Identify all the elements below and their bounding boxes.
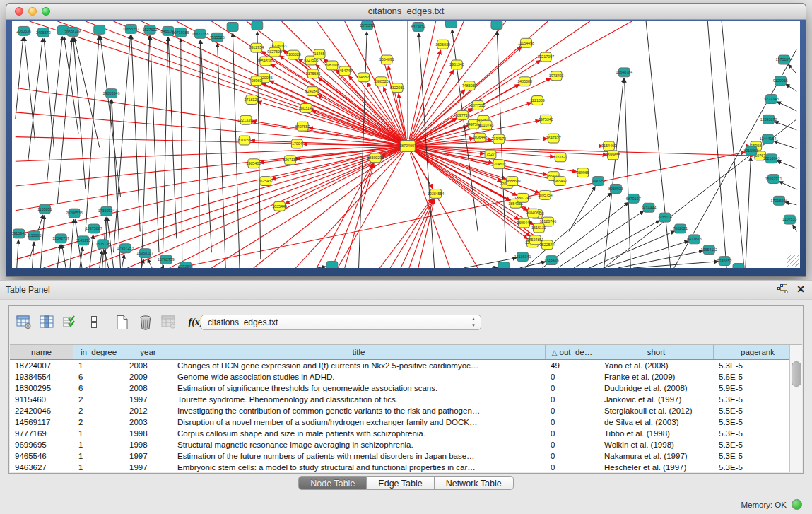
graph-edge[interactable] [788, 64, 796, 74]
graph-edge[interactable] [604, 78, 624, 268]
table-cell[interactable]: 1 [73, 428, 124, 439]
graph-edge[interactable] [779, 182, 797, 189]
table-cell[interactable]: 5.9E-5 [714, 382, 790, 394]
graph-node[interactable] [446, 21, 457, 28]
graph-edge[interactable] [25, 37, 35, 141]
table-cell[interactable]: 2009 [124, 371, 172, 382]
rows-icon[interactable] [86, 314, 102, 331]
table-cell[interactable]: 2012 [124, 405, 172, 416]
graph-edge[interactable] [786, 84, 796, 91]
network-window-titlebar[interactable]: citations_edges.txt [6, 4, 806, 20]
table-cell[interactable]: 0 [546, 428, 599, 439]
table-cell[interactable]: 2008 [124, 360, 172, 371]
table-cell[interactable]: 1 [73, 462, 124, 472]
delete-trash-icon[interactable] [137, 314, 154, 331]
graph-edge[interactable] [411, 21, 464, 139]
graph-edge[interactable] [57, 245, 60, 268]
show-column-icon[interactable] [39, 314, 56, 331]
table-cell[interactable]: 6 [73, 371, 124, 382]
table-cell[interactable]: Disruption of a novel member of a sodium… [172, 416, 546, 428]
table-cell[interactable]: 1998 [124, 439, 172, 450]
graph-edge[interactable] [777, 161, 796, 169]
new-document-icon[interactable] [114, 314, 131, 331]
graph-edge[interactable] [492, 267, 498, 268]
tab-network-table[interactable]: Network Table [435, 476, 514, 490]
table-cell[interactable]: 2 [73, 394, 124, 405]
table-cell[interactable]: 1997 [124, 462, 172, 472]
graph-edge[interactable] [574, 221, 659, 268]
table-row[interactable]: 1872400712008Changes of HCN gene express… [10, 360, 790, 371]
graph-edge[interactable] [57, 21, 401, 144]
graph-edge[interactable] [774, 141, 796, 148]
table-cell[interactable]: 1997 [124, 394, 172, 405]
graph-node[interactable] [227, 22, 238, 31]
graph-edge[interactable] [114, 35, 131, 252]
column-header-name[interactable]: name [10, 345, 73, 359]
table-cell[interactable]: 18300295 [10, 382, 73, 394]
table-cell[interactable]: 5.6E-5 [714, 371, 790, 382]
table-cell[interactable]: 5.3E-5 [714, 439, 790, 450]
table-row[interactable]: 1938455462009Genome-wide association stu… [10, 371, 790, 382]
graph-edge[interactable] [569, 187, 595, 232]
graph-edge[interactable] [16, 148, 401, 259]
graph-node[interactable] [94, 25, 105, 34]
table-cell[interactable]: 0 [546, 439, 599, 450]
table-vertical-scrollbar[interactable] [789, 345, 802, 472]
table-cell[interactable]: 1 [73, 360, 124, 371]
table-row[interactable]: 911546021997Tourette syndrome. Phenomeno… [10, 394, 790, 405]
table-cell[interactable]: Genome-wide association studies in ADHD. [172, 371, 546, 382]
table-cell[interactable]: Dudbridge et al. (2008) [599, 382, 714, 394]
table-cell[interactable]: 0 [546, 405, 599, 416]
table-cell[interactable]: 2 [73, 416, 124, 428]
table-cell[interactable]: 19384554 [10, 371, 73, 382]
table-row[interactable]: 969969511998Structural magnetic resonanc… [10, 439, 790, 450]
table-cell[interactable]: 5.3E-5 [714, 428, 790, 439]
table-cell[interactable]: Franke et al. (2009) [599, 371, 714, 382]
table-cell[interactable]: Tibbo et al. (1998) [599, 428, 714, 439]
graph-node[interactable] [252, 21, 263, 30]
table-cell[interactable]: Structural magnetic resonance image aver… [172, 439, 546, 450]
table-cell[interactable]: 2 [73, 405, 124, 416]
table-cell[interactable]: 9115460 [10, 394, 73, 405]
graph-edge[interactable] [43, 148, 401, 268]
graph-edge[interactable] [100, 250, 102, 268]
table-cell[interactable]: Hescheler et al. (1997) [599, 462, 714, 472]
graph-edge[interactable] [793, 225, 796, 231]
table-cell[interactable]: Nakamura et al. (1997) [599, 450, 714, 462]
table-cell[interactable]: 0 [546, 394, 599, 405]
table-cell[interactable]: Stergiakouli et al. (2012) [599, 405, 714, 416]
graph-node[interactable] [733, 264, 744, 268]
graph-node[interactable] [326, 262, 338, 268]
graph-edge[interactable] [775, 122, 796, 130]
graph-edge[interactable] [62, 245, 66, 268]
graph-edge[interactable] [211, 150, 401, 268]
table-cell[interactable]: 2003 [124, 416, 172, 428]
table-cell[interactable]: 14569117 [10, 416, 73, 428]
column-header-title[interactable]: title [172, 345, 546, 359]
graph-edge[interactable] [163, 37, 168, 268]
network-canvas[interactable]: 1872400789129541822605393275061854338281… [12, 21, 800, 268]
graph-edge[interactable] [201, 40, 211, 252]
graph-edge[interactable] [332, 164, 373, 268]
table-cell[interactable]: Tourette syndrome. Phenomenology and cla… [172, 394, 546, 405]
column-header-short[interactable]: short [599, 345, 714, 359]
table-cell[interactable]: 18724007 [10, 360, 73, 371]
graph-edge[interactable] [47, 37, 62, 182]
graph-edge[interactable] [604, 241, 688, 268]
table-select-dropdown[interactable]: citations_edges.txt ▲▼ [201, 315, 481, 330]
table-cell[interactable]: Yano et al. (2008) [599, 360, 714, 371]
graph-edge[interactable] [317, 163, 372, 268]
table-cell[interactable]: de Silva et al. (2003) [599, 416, 714, 428]
table-cell[interactable]: 1997 [124, 450, 172, 462]
table-cell[interactable]: 0 [546, 450, 599, 462]
graph-edge[interactable] [16, 112, 401, 146]
graph-edge[interactable] [520, 262, 546, 268]
network-canvas-svg[interactable]: 1872400789129541822605393275061854338281… [12, 21, 800, 268]
table-row[interactable]: 946362711997Embryonic stem cells: a mode… [10, 462, 790, 472]
graph-edge[interactable] [122, 255, 124, 268]
table-cell[interactable]: 9699695 [10, 439, 73, 450]
table-cell[interactable]: 1998 [124, 428, 172, 439]
graph-edge[interactable] [646, 21, 671, 268]
table-cell[interactable]: 22420046 [10, 405, 73, 416]
table-cell[interactable]: 0 [546, 382, 599, 394]
